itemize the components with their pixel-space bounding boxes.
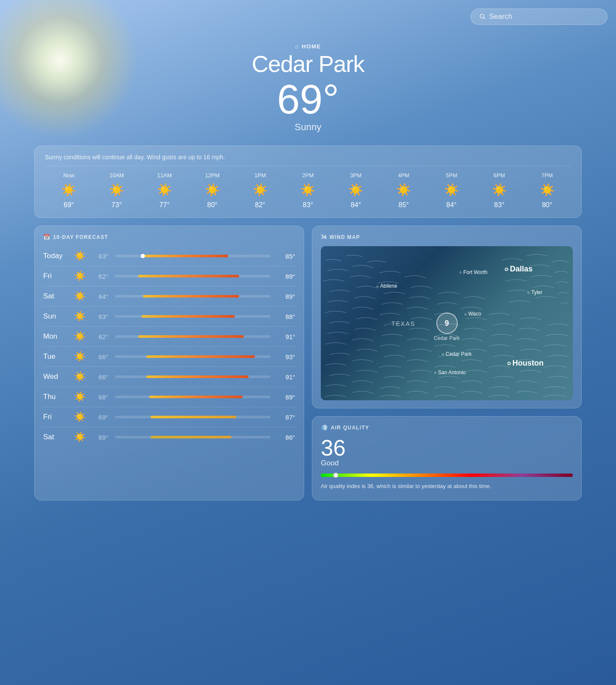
aqi-number: 36 [321,437,573,459]
hourly-temp: 85° [380,201,428,209]
map-city-dot [442,353,444,355]
temp-bar [138,275,239,277]
hourly-summary: Sunny conditions will continue all day. … [45,154,571,166]
hourly-scroll: Now ☀️ 69° 10AM ☀️ 73° 11AM ☀️ 77° 12PM … [45,172,571,209]
forecast-card: 📅 10-Day Forecast Today ☀️ 63° 85° Fri ☀… [34,226,304,500]
forecast-title-icon: 📅 [43,234,50,240]
hourly-temp: 77° [141,201,189,209]
forecast-weather-icon: ☀️ [73,411,86,423]
map-city-label: Fort Worth [459,269,487,275]
hourly-time: 4PM [380,172,428,179]
location-label: ⌂ HOME [0,43,616,50]
hourly-time: 2PM [284,172,332,179]
forecast-day-name: Sun [43,312,69,321]
forecast-row: Fri ☀️ 69° 87° [43,407,295,427]
aqi-bar [321,474,573,477]
forecast-day-name: Sat [43,433,69,441]
city-name: Cedar Park [0,51,616,77]
temp-bar [143,295,239,298]
forecast-weather-icon: ☀️ [73,250,86,262]
temp-bar [151,436,231,438]
forecast-low-temp: 62° [90,273,108,280]
map-city-label: TEXAS [391,320,415,327]
hourly-weather-icon: ☀️ [236,183,284,197]
forecast-row: Sun ☀️ 63° 88° [43,307,295,327]
hourly-time: 11AM [141,172,189,179]
map-city-label: Waco [465,311,481,317]
forecast-high-temp: 87° [277,414,295,421]
cards-container: Sunny conditions will continue all day. … [0,146,616,518]
map-city-label: Abilene [376,283,397,289]
temp-bar [146,375,249,378]
forecast-low-temp: 66° [90,373,108,381]
forecast-low-temp: 66° [90,353,108,360]
forecast-day-name: Sat [43,292,69,301]
forecast-row: Mon ☀️ 62° 91° [43,327,295,347]
forecast-weather-icon: ☀️ [73,391,86,402]
right-column: 🌬 Wind Map [312,226,582,500]
forecast-high-temp: 89° [277,273,295,280]
forecast-day-name: Mon [43,332,69,341]
current-condition: Sunny [0,122,616,133]
hourly-item: 3PM ☀️ 84° [332,172,380,209]
hourly-time: 6PM [475,172,523,179]
map-city-dot [434,372,436,374]
forecast-day-name: Wed [43,372,69,381]
forecast-low-temp: 69° [90,414,108,421]
hourly-weather-icon: ☀️ [45,183,93,197]
hourly-temp: 83° [284,201,332,209]
hourly-temp: 80° [523,201,571,209]
map-city-dot [527,292,530,294]
hourly-weather-icon: ☀️ [523,183,571,197]
forecast-weather-icon: ☀️ [73,311,86,322]
hourly-temp: 83° [475,201,523,209]
hourly-time: 1PM [236,172,284,179]
current-temp: 69° [0,79,616,120]
forecast-low-temp: 69° [90,434,108,441]
forecast-low-temp: 62° [90,333,108,340]
forecast-row: Thu ☀️ 68° 89° [43,387,295,407]
hourly-time: Now [45,172,93,179]
map-city-label: Tyler [527,289,542,295]
forecast-low-temp: 63° [90,253,108,260]
forecast-high-temp: 89° [277,393,295,401]
hourly-item: 11AM ☀️ 77° [141,172,189,209]
current-temp-dot [141,254,145,258]
map-city-dot [507,362,511,365]
map-city-dot [376,286,379,288]
forecast-weather-icon: ☀️ [73,271,86,282]
hourly-weather-icon: ☀️ [428,183,476,197]
hourly-time: 5PM [428,172,476,179]
hourly-weather-icon: ☀️ [332,183,380,197]
hourly-item: 1PM ☀️ 82° [236,172,284,209]
forecast-high-temp: 89° [277,293,295,300]
map-city-dot [465,313,467,316]
forecast-day-name: Tue [43,352,69,361]
temp-bar-container [115,335,270,338]
forecast-weather-icon: ☀️ [73,291,86,302]
temp-bar [149,396,243,398]
temp-bar-container [115,315,270,318]
search-input[interactable] [489,12,598,21]
temp-bar [142,315,235,318]
forecast-low-temp: 68° [90,393,108,401]
aqi-label: Good [321,459,573,468]
wind-speed-badge: 9 [436,313,458,334]
forecast-row: Sat ☀️ 64° 89° [43,286,295,307]
search-icon [480,13,486,20]
temp-bar-container [115,255,270,257]
map-city-label: Houston [507,359,544,368]
search-bar[interactable] [471,9,607,25]
hourly-item: 2PM ☀️ 83° [284,172,332,209]
forecast-weather-icon: ☀️ [73,351,86,362]
hourly-weather-icon: ☀️ [380,183,428,197]
bottom-grid: 📅 10-Day Forecast Today ☀️ 63° 85° Fri ☀… [34,226,582,500]
temp-bar-container [115,436,270,438]
hourly-time: 7PM [523,172,571,179]
forecast-row: Fri ☀️ 62° 89° [43,266,295,286]
forecast-high-temp: 86° [277,434,295,441]
hourly-time: 3PM [332,172,380,179]
hourly-temp: 80° [188,201,236,209]
forecast-weather-icon: ☀️ [73,331,86,342]
hourly-temp: 82° [236,201,284,209]
